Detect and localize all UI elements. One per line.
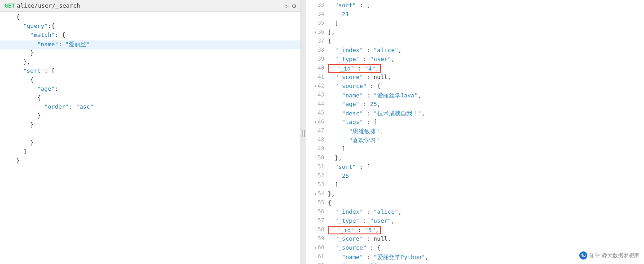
line-content: "desc" : "技术成就自我！", <box>328 110 640 118</box>
line-content: { <box>16 13 297 20</box>
line-content: } <box>16 157 297 164</box>
line-content: } <box>16 112 297 119</box>
fold-icon: ▾ <box>314 191 317 196</box>
line-number: 50 <box>310 154 324 161</box>
run-icon[interactable]: ▷ <box>285 2 288 9</box>
right-code-line: 52 25 <box>306 172 644 181</box>
code-line <box>0 130 300 139</box>
line-content: ] <box>16 148 297 155</box>
panel-divider[interactable]: ‖ <box>301 0 306 264</box>
line-content: ] <box>328 181 640 188</box>
request-info: GET alice/user/_search <box>4 2 80 9</box>
code-line-highlighted: "name": "爱丽丝" <box>0 40 300 49</box>
right-code-line: 56 "_index" : "alice", <box>306 208 644 217</box>
right-code-line: 44 "age" : 25, <box>306 101 644 110</box>
line-content: "query":{ <box>16 22 297 29</box>
code-line: "query":{ <box>0 22 300 31</box>
line-number: 40 <box>310 65 324 71</box>
line-number: 44 <box>310 101 324 107</box>
line-content: "age" : 25, <box>328 101 640 107</box>
right-code-line: 51 "sort" : [ <box>306 163 644 172</box>
line-number: 57 <box>310 217 324 224</box>
code-line: { <box>0 13 300 22</box>
line-number: 51 <box>310 163 324 170</box>
line-number: 45 <box>310 110 324 116</box>
line-content: "_id" : "4", <box>328 65 640 72</box>
line-number: 39 <box>310 56 324 62</box>
right-code-area: 33 "sort" : [ 34 21 35 ] ▾36 }, 37 { 38 … <box>306 0 644 264</box>
right-code-line: ▾60 "_source" : { <box>306 244 644 253</box>
line-number: 35 <box>310 20 324 26</box>
line-number: 58 <box>310 226 324 233</box>
line-number: 33 <box>310 2 324 8</box>
line-content: }, <box>16 58 297 65</box>
code-line: ] <box>0 148 300 157</box>
line-number: ▾42 <box>310 83 324 89</box>
line-content: "name" : "爱丽丝学Java", <box>328 92 640 100</box>
settings-icon[interactable]: ⚙ <box>292 2 296 9</box>
line-content: 25 <box>328 172 640 179</box>
line-number: ▾36 <box>310 29 324 35</box>
code-line: }, <box>0 58 300 67</box>
code-line: "age": <box>0 85 300 94</box>
right-code-line: ▾36 }, <box>306 29 644 38</box>
fold-icon: ▾ <box>314 119 317 124</box>
code-line: { <box>0 76 300 85</box>
fold-icon: ▾ <box>314 30 317 35</box>
left-panel: GET alice/user/_search ▷ ⚙ { "query":{ "… <box>0 0 301 264</box>
line-content: }, <box>328 29 640 35</box>
line-number: 37 <box>310 38 324 44</box>
line-content: "_source" : { <box>328 83 640 89</box>
line-number: 52 <box>310 172 324 179</box>
line-content: "_index" : "alice", <box>328 208 640 215</box>
line-content: "name" : "爱丽丝学Python", <box>328 253 640 261</box>
line-number: 53 <box>310 181 324 188</box>
line-number: 59 <box>310 235 324 242</box>
fold-icon: ▾ <box>314 245 317 250</box>
line-content: "sort": [ <box>16 67 297 74</box>
line-content: "age": <box>16 85 297 92</box>
right-code-line: 50 }, <box>306 154 644 163</box>
line-content: "sort" : [ <box>328 2 640 9</box>
line-number: ▾60 <box>310 244 324 251</box>
right-code-line: 61 "name" : "爱丽丝学Python", <box>306 253 644 262</box>
line-number: 62 <box>310 262 324 264</box>
right-code-line: 35 ] <box>306 20 644 29</box>
line-number: 34 <box>310 11 324 17</box>
line-content: 21 <box>328 11 640 18</box>
right-code-line: ▾46 "tags" : [ <box>306 119 644 128</box>
code-line: "order": "asc" <box>0 103 300 112</box>
line-content: "order": "asc" <box>16 103 297 110</box>
right-code-line-id-4: 40 "_id" : "4", <box>306 65 644 74</box>
line-content: }, <box>328 190 640 197</box>
code-line: "sort": [ <box>0 67 300 76</box>
right-code-line-id-5: 58 "_id" : "5", <box>306 226 644 235</box>
line-content: "_type" : "user", <box>328 217 640 224</box>
header-icons: ▷ ⚙ <box>285 2 296 9</box>
line-content: "喜欢学习" <box>328 136 640 145</box>
right-code-line: 34 21 <box>306 11 644 20</box>
line-number: 56 <box>310 208 324 215</box>
right-code-line: 62 "age" : 26, <box>306 262 644 264</box>
line-content: { <box>328 199 640 206</box>
line-content: "思维敏捷", <box>328 128 640 136</box>
line-content: { <box>328 38 640 44</box>
line-number: 41 <box>310 74 324 80</box>
id-box: "_id" : "4", <box>328 64 381 73</box>
right-code-line: 48 "喜欢学习" <box>306 136 644 145</box>
right-code-line: ▾42 "_source" : { <box>306 83 644 92</box>
line-number: 61 <box>310 253 324 260</box>
line-content: "match": { <box>16 31 297 38</box>
right-code-line: 45 "desc" : "技术成就自我！", <box>306 110 644 119</box>
right-code-line: 38 "_index" : "alice", <box>306 47 644 56</box>
line-content: "_score" : null, <box>328 235 640 242</box>
left-code-area: { "query":{ "match": { "name": "爱丽丝" } }… <box>0 12 300 264</box>
line-content: "tags" : [ <box>328 119 640 125</box>
code-line: } <box>0 139 300 148</box>
left-header: GET alice/user/_search ▷ ⚙ <box>0 0 300 12</box>
right-code-line: ▾54 }, <box>306 190 644 199</box>
line-content: "_index" : "alice", <box>328 47 640 53</box>
line-content: }, <box>328 154 640 161</box>
line-content: } <box>16 121 297 128</box>
code-line: { <box>0 94 300 103</box>
